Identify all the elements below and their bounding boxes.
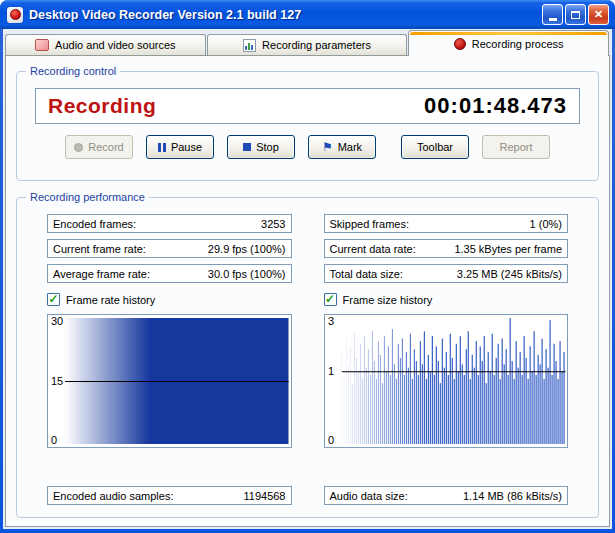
transport-buttons: Record Pause Stop ⚑ Mark [65, 135, 376, 159]
recording-timer: 00:01:48.473 [424, 93, 567, 119]
svg-text:1: 1 [327, 365, 333, 377]
field-value: 1194568 [243, 490, 285, 502]
record-dot-icon [74, 143, 83, 152]
tab-strip: Audio and video sources Recording parame… [3, 29, 612, 55]
group-label: Recording performance [26, 191, 149, 203]
check-icon: ✓ [325, 293, 335, 305]
window-title: Desktop Video Recorder Version 2.1 build… [29, 8, 536, 22]
field-label: Current frame rate: [53, 243, 146, 255]
svg-text:15: 15 [51, 375, 63, 387]
record-icon [454, 38, 466, 50]
stop-button[interactable]: Stop [227, 135, 295, 159]
frame-size-history-chart: 310 [324, 314, 569, 448]
frame-rate-history-checkbox[interactable]: ✓ [47, 293, 60, 306]
group-label: Recording control [26, 65, 120, 77]
field-total-data-size: Total data size: 3.25 MB (245 kBits/s) [324, 264, 569, 283]
field-value: 1.14 MB (86 kBits/s) [463, 490, 562, 502]
svg-text:30: 30 [51, 315, 63, 327]
button-label: Pause [171, 141, 202, 153]
field-label: Audio data size: [330, 490, 408, 502]
field-value: 1 (0%) [530, 218, 562, 230]
title-bar[interactable]: Desktop Video Recorder Version 2.1 build… [0, 0, 615, 29]
field-label: Encoded frames: [53, 218, 136, 230]
button-label: Report [499, 141, 532, 153]
field-encoded-audio-samples: Encoded audio samples: 1194568 [47, 486, 292, 505]
control-button-row: Record Pause Stop ⚑ Mark [35, 135, 580, 159]
report-button[interactable]: Report [482, 135, 550, 159]
tab-audio-video-sources[interactable]: Audio and video sources [5, 34, 206, 55]
checkbox-label: Frame size history [343, 294, 433, 306]
aux-buttons: Toolbar Report [401, 135, 550, 159]
app-window: Desktop Video Recorder Version 2.1 build… [0, 0, 615, 533]
performance-right-column: Skipped frames: 1 (0%) Current data rate… [324, 214, 569, 505]
performance-left-column: Encoded frames: 3253 Current frame rate:… [47, 214, 292, 505]
close-icon: ✕ [594, 9, 603, 20]
status-display: Recording 00:01:48.473 [35, 88, 580, 124]
minimize-button[interactable] [542, 4, 563, 25]
recording-control-group: Recording control Recording 00:01:48.473… [16, 71, 599, 181]
field-audio-data-size: Audio data size: 1.14 MB (86 kBits/s) [324, 486, 569, 505]
maximize-button[interactable] [565, 4, 586, 25]
field-label: Total data size: [330, 268, 403, 280]
tab-recording-parameters[interactable]: Recording parameters [207, 34, 408, 55]
field-current-frame-rate: Current frame rate: 29.9 fps (100%) [47, 239, 292, 258]
check-icon: ✓ [48, 293, 58, 305]
field-value: 30.0 fps (100%) [208, 268, 286, 280]
sources-icon [35, 39, 49, 51]
field-label: Current data rate: [330, 243, 416, 255]
button-label: Record [88, 141, 123, 153]
tab-recording-process[interactable]: Recording process [408, 30, 609, 56]
svg-text:3: 3 [327, 315, 333, 327]
field-value: 3253 [261, 218, 285, 230]
svg-text:0: 0 [327, 434, 333, 446]
performance-grid: Encoded frames: 3253 Current frame rate:… [35, 214, 580, 505]
recording-status-text: Recording [48, 94, 156, 118]
tab-label: Audio and video sources [55, 39, 175, 51]
pause-icon [158, 143, 166, 152]
pause-button[interactable]: Pause [146, 135, 214, 159]
stop-icon [243, 143, 251, 151]
svg-text:0: 0 [51, 434, 57, 446]
field-label: Encoded audio samples: [53, 490, 173, 502]
field-average-frame-rate: Average frame rate: 30.0 fps (100%) [47, 264, 292, 283]
button-label: Toolbar [417, 141, 453, 153]
field-label: Skipped frames: [330, 218, 409, 230]
button-label: Mark [338, 141, 362, 153]
maximize-icon [571, 11, 580, 19]
frame-size-history-row: ✓ Frame size history [324, 291, 569, 308]
toolbar-button[interactable]: Toolbar [401, 135, 469, 159]
record-button[interactable]: Record [65, 135, 133, 159]
checkbox-label: Frame rate history [66, 294, 155, 306]
button-label: Stop [256, 141, 279, 153]
client-area: Audio and video sources Recording parame… [3, 29, 612, 529]
caption-buttons: ✕ [542, 4, 609, 25]
field-value: 3.25 MB (245 kBits/s) [457, 268, 562, 280]
frame-rate-history-chart: 30150 [47, 314, 292, 448]
parameters-icon [243, 39, 256, 52]
frame-size-history-checkbox[interactable]: ✓ [324, 293, 337, 306]
minimize-icon [549, 18, 557, 21]
recording-performance-group: Recording performance Encoded frames: 32… [16, 197, 599, 518]
close-button[interactable]: ✕ [588, 4, 609, 25]
field-value: 1.35 kBytes per frame [454, 243, 562, 255]
tab-label: Recording process [472, 38, 564, 50]
tab-page-recording-process: Recording control Recording 00:01:48.473… [5, 55, 610, 527]
field-skipped-frames: Skipped frames: 1 (0%) [324, 214, 569, 233]
mark-button[interactable]: ⚑ Mark [308, 135, 376, 159]
mark-flag-icon: ⚑ [322, 141, 333, 153]
tab-label: Recording parameters [262, 39, 371, 51]
field-encoded-frames: Encoded frames: 3253 [47, 214, 292, 233]
field-value: 29.9 fps (100%) [208, 243, 286, 255]
app-icon [7, 7, 23, 23]
frame-rate-history-row: ✓ Frame rate history [47, 291, 292, 308]
field-label: Average frame rate: [53, 268, 150, 280]
field-current-data-rate: Current data rate: 1.35 kBytes per frame [324, 239, 569, 258]
